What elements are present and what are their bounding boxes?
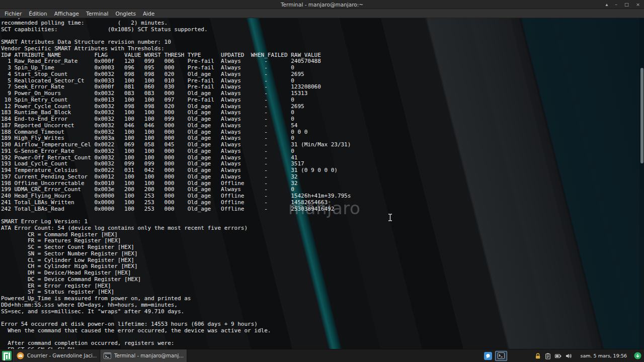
mouse-cursor-ibeam xyxy=(387,213,393,222)
taskbar: Courrier - Gwendoline Jaci... Terminal -… xyxy=(0,349,644,362)
terminal-output: Conveyance self-test routine recommended… xyxy=(1,18,351,349)
manjaro-logo-icon xyxy=(2,351,12,360)
menu-aide[interactable]: Aide xyxy=(139,9,158,18)
menu-fichier[interactable]: Fichier xyxy=(1,9,25,18)
messenger-icon[interactable] xyxy=(484,352,492,360)
desktop: Terminal - manjaro@manjaro:~ ▴ – □ × Fic… xyxy=(0,0,644,362)
terminal-window[interactable]: manjaro Conveyance self-test routine rec… xyxy=(0,18,644,349)
menu-onglets[interactable]: Onglets xyxy=(112,9,139,18)
scrollbar-thumb[interactable] xyxy=(640,68,643,163)
lock-icon[interactable] xyxy=(534,352,541,359)
shade-button[interactable]: ▴ xyxy=(606,0,608,9)
taskbar-task-mail[interactable]: Courrier - Gwendoline Jaci... xyxy=(13,349,100,362)
system-tray: sam. 5 mars, 19:56 xyxy=(484,349,644,362)
menubar: Fichier Édition Affichage Terminal Ongle… xyxy=(0,9,644,18)
update-available-icon[interactable] xyxy=(634,352,641,359)
taskbar-task-terminal[interactable]: Terminal - manjaro@manj... xyxy=(100,349,187,362)
task-label-mail: Courrier - Gwendoline Jaci... xyxy=(27,353,97,358)
window-controls: ▴ – □ × xyxy=(606,0,640,9)
maximize-button[interactable]: □ xyxy=(624,0,629,9)
task-label-terminal: Terminal - manjaro@manj... xyxy=(114,353,184,358)
menu-edition[interactable]: Édition xyxy=(25,9,50,18)
minimize-button[interactable]: – xyxy=(615,0,617,9)
menu-terminal[interactable]: Terminal xyxy=(83,9,112,18)
taskbar-clock[interactable]: sam. 5 mars, 19:56 xyxy=(581,353,627,358)
manjaro-menu-button[interactable] xyxy=(0,349,13,362)
volume-icon[interactable] xyxy=(565,352,573,359)
window-titlebar[interactable]: Terminal - manjaro@manjaro:~ ▴ – □ × xyxy=(0,0,644,9)
battery-icon[interactable] xyxy=(554,352,562,359)
close-button[interactable]: × xyxy=(636,0,640,9)
terminal-icon xyxy=(104,352,111,359)
clipboard-icon[interactable] xyxy=(544,352,551,359)
menu-affichage[interactable]: Affichage xyxy=(51,9,83,18)
terminal-indicator[interactable] xyxy=(495,351,507,361)
terminal-indicator-icon xyxy=(498,352,505,359)
scrollbar[interactable] xyxy=(639,18,644,349)
mail-icon xyxy=(17,352,24,359)
window-title: Terminal - manjaro@manjaro:~ xyxy=(0,0,644,9)
